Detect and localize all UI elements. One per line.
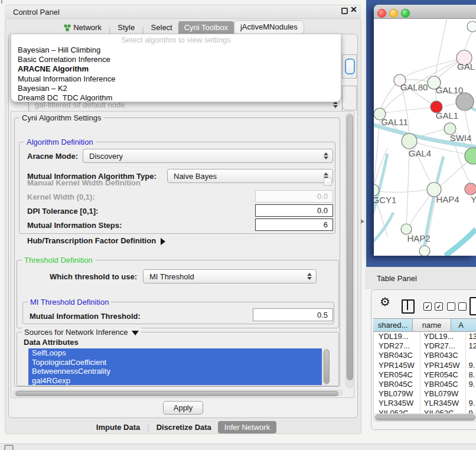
table-row[interactable]: YDL19...YDL19...13 [374, 332, 476, 341]
table-scrollbar-thumb[interactable] [375, 415, 475, 420]
network-edge[interactable] [404, 58, 464, 77]
table-row[interactable]: YPR145WYPR145W9. [374, 361, 476, 370]
column-header-name[interactable]: name [413, 319, 451, 331]
mi-type-value: Naive Bayes [174, 172, 217, 181]
network-node[interactable] [467, 21, 476, 32]
table-cell: YBL079W [374, 389, 420, 399]
close-traffic-light-icon[interactable] [377, 9, 386, 18]
node-label-gal4: GAL4 [409, 148, 431, 158]
algorithm-option-mutual-information-inference[interactable]: Mutual Information Inference [11, 74, 341, 84]
algorithm-list: Bayesian – Hill ClimbingBasic Correlatio… [11, 45, 341, 102]
network-node[interactable] [465, 148, 476, 164]
float-window-icon[interactable] [341, 8, 348, 14]
aracne-mode-combo[interactable]: Discovery [83, 149, 333, 163]
tab-label: Network [73, 23, 102, 32]
which-threshold-combo[interactable]: MI Threshold [143, 269, 317, 283]
data-attributes-list[interactable]: SelfLoopsTopologicalCoefficientBetweenne… [28, 348, 322, 385]
network-edge[interactable] [385, 107, 431, 113]
tab-impute-data[interactable]: Impute Data [90, 421, 146, 433]
hub-definition-expander[interactable]: Hub/Transcription Factor Definition [27, 236, 165, 245]
algorithm-option-basic-correlation-inference[interactable]: Basic Correlation Inference [11, 55, 341, 64]
table-row[interactable]: YLR345WYLR345W9. [374, 399, 476, 408]
tab-cyni-toolbox[interactable]: Cyni Toolbox [178, 21, 234, 34]
attribute-item-betweennesscentrality[interactable]: BetweennessCentrality [28, 367, 322, 376]
column-header-shared[interactable]: shared... [373, 319, 413, 331]
mi-steps-label: Mutual Information Steps: [27, 221, 122, 230]
network-edge[interactable] [379, 190, 428, 192]
gear-icon[interactable]: ⚙ [380, 295, 390, 309]
close-icon[interactable]: ✕ [350, 5, 357, 14]
sources-title-text: Sources for Network Inference [24, 328, 128, 337]
algorithm-option-bayesian-k2[interactable]: Bayesian – K2 [11, 84, 341, 93]
minimize-traffic-light-icon[interactable] [389, 9, 398, 18]
attribute-item-selfloops[interactable]: SelfLoops [28, 348, 322, 358]
network-edge-highlighted[interactable] [445, 229, 476, 256]
table-row[interactable]: YDR27...YDR27...12 [374, 341, 476, 351]
node-table: shared...nameA YDL19...YDL19...13YDR27..… [373, 318, 476, 414]
table-row[interactable]: YBR043CYBR043C [374, 351, 476, 360]
network-node[interactable] [419, 246, 430, 256]
mi-threshold-field[interactable]: 0.5 [253, 308, 333, 321]
export-table-icon[interactable] [470, 297, 476, 315]
network-canvas[interactable]: GALGAL80GAL10GAL11GAL1SWI4GAL4GCY1HAP4YH… [374, 18, 476, 256]
cyni-mode-tab-bar: Impute Data|Discretize DataInfer Network [5, 420, 361, 434]
split-panel-icon[interactable] [402, 299, 415, 314]
sources-title[interactable]: Sources for Network Inference [22, 328, 141, 337]
network-edge[interactable] [435, 18, 447, 77]
tab-select[interactable]: Select [145, 21, 178, 34]
network-node[interactable] [456, 93, 474, 110]
background-group-fragment [342, 86, 357, 110]
tab-style[interactable]: Style [112, 21, 141, 34]
node-label-gal1: GAL1 [436, 110, 458, 120]
network-edge[interactable] [464, 30, 474, 53]
tab-network[interactable]: Network [57, 21, 107, 34]
table-row[interactable]: YBR045CYBR045C9. [374, 380, 476, 389]
window-edge-mark [1, 0, 2, 4]
minimized-panel-icon[interactable] [4, 445, 14, 450]
splitter-collapse-icon[interactable] [361, 219, 364, 224]
table-horizontal-scrollbar[interactable] [373, 413, 476, 422]
algorithm-dropdown-popup: Select algorithm to view settings Bayesi… [11, 34, 341, 102]
table-cell [466, 389, 476, 399]
manual-kernel-width-checkbox[interactable] [324, 178, 332, 186]
mi-steps-field[interactable]: 6 [255, 219, 333, 231]
algorithm-option-aracne-algorithm[interactable]: ARACNE Algorithm [11, 64, 341, 74]
table-cell: YDR27... [420, 341, 466, 351]
table-row[interactable]: YBL079WYBL079W [374, 389, 476, 399]
network-node-y[interactable] [465, 183, 476, 195]
algorithm-option-dream8-dc-tdc-algorithm[interactable]: Dream8 DC_TDC Algorithm [11, 93, 341, 102]
network-edge[interactable] [440, 161, 469, 186]
network-node-gal4[interactable] [402, 133, 417, 149]
tab-jactivemnodules[interactable]: jActiveMNodules [234, 20, 304, 34]
table-cell: YDR27... [374, 341, 420, 351]
zoom-traffic-light-icon[interactable] [401, 9, 410, 18]
tab-infer-network[interactable]: Infer Network [218, 421, 276, 433]
select-all-icon[interactable]: ✓✓ [423, 302, 443, 311]
expander-collapsed-icon[interactable] [161, 238, 165, 245]
tab-discretize-data[interactable]: Discretize Data [150, 421, 218, 433]
attributes-scrollbar-thumb[interactable] [324, 350, 330, 384]
deselect-all-icon[interactable] [447, 302, 467, 311]
table-row[interactable]: YER054CYER054C8. [374, 370, 476, 380]
attribute-item-topologicalcoefficient[interactable]: TopologicalCoefficient [28, 358, 322, 367]
attributes-scrollbar[interactable] [322, 348, 330, 385]
apply-button[interactable]: Apply [163, 401, 203, 415]
vertical-scrollbar[interactable] [345, 113, 353, 388]
network-edge[interactable] [445, 103, 457, 106]
mi-algorithm-type-combo[interactable]: Naive Bayes [167, 169, 333, 183]
network-edge[interactable] [406, 148, 409, 224]
dpi-tolerance-field[interactable]: 0.0 [255, 204, 333, 217]
column-header-a[interactable]: A [451, 319, 476, 331]
vertical-scrollbar-thumb[interactable] [347, 115, 353, 380]
control-panel-tab-bar: Network|Style|SelectCyni ToolboxjActiveM… [5, 21, 357, 34]
kernel-width-field[interactable]: 0.0 [255, 190, 333, 203]
horizontal-scrollbar-thumb[interactable] [15, 391, 338, 396]
mi-threshold-definition-title: MI Threshold Definition [28, 298, 111, 306]
combo-spinner-icon [307, 273, 312, 280]
network-window-titlebar[interactable] [374, 5, 476, 19]
expander-expanded-icon[interactable] [132, 331, 139, 335]
attribute-item-gal4rgexp[interactable]: gal4RGexp [28, 376, 322, 386]
algorithm-option-bayesian-hill-climbing[interactable]: Bayesian – Hill Climbing [11, 45, 341, 55]
horizontal-scrollbar[interactable] [13, 390, 343, 396]
network-edge-highlighted[interactable] [374, 213, 393, 249]
